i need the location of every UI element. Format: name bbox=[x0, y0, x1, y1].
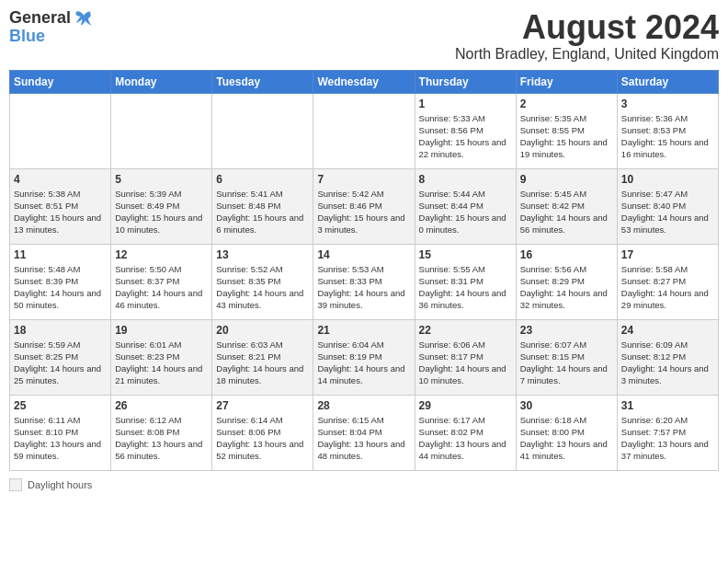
day-info: Sunrise: 5:39 AM Sunset: 8:49 PM Dayligh… bbox=[115, 188, 208, 236]
day-number: 24 bbox=[621, 324, 714, 337]
day-info: Sunrise: 5:58 AM Sunset: 8:27 PM Dayligh… bbox=[621, 263, 714, 312]
day-info: Sunrise: 5:52 AM Sunset: 8:35 PM Dayligh… bbox=[216, 263, 309, 312]
day-cell-2-0: 11Sunrise: 5:48 AM Sunset: 8:39 PM Dayli… bbox=[10, 244, 111, 319]
day-info: Sunrise: 6:14 AM Sunset: 8:06 PM Dayligh… bbox=[216, 414, 309, 463]
footer: Daylight hours bbox=[9, 478, 719, 491]
day-info: Sunrise: 5:42 AM Sunset: 8:46 PM Dayligh… bbox=[317, 188, 410, 236]
day-number: 25 bbox=[14, 399, 107, 412]
day-number: 19 bbox=[115, 324, 208, 337]
day-number: 20 bbox=[216, 324, 309, 337]
day-cell-0-0 bbox=[10, 93, 111, 168]
day-cell-2-6: 17Sunrise: 5:58 AM Sunset: 8:27 PM Dayli… bbox=[617, 244, 718, 319]
header-thursday: Thursday bbox=[415, 70, 516, 93]
day-cell-3-6: 24Sunrise: 6:09 AM Sunset: 8:12 PM Dayli… bbox=[617, 319, 718, 395]
day-cell-3-3: 21Sunrise: 6:04 AM Sunset: 8:19 PM Dayli… bbox=[313, 319, 415, 395]
day-number: 3 bbox=[621, 98, 714, 110]
day-info: Sunrise: 5:38 AM Sunset: 8:51 PM Dayligh… bbox=[14, 188, 107, 236]
day-number: 15 bbox=[419, 248, 512, 261]
day-number: 14 bbox=[317, 248, 410, 261]
day-cell-0-4: 1Sunrise: 5:33 AM Sunset: 8:56 PM Daylig… bbox=[415, 93, 516, 168]
day-info: Sunrise: 5:44 AM Sunset: 8:44 PM Dayligh… bbox=[419, 188, 512, 236]
day-cell-0-3 bbox=[313, 93, 415, 168]
day-number: 1 bbox=[419, 98, 512, 110]
day-cell-4-6: 31Sunrise: 6:20 AM Sunset: 7:57 PM Dayli… bbox=[617, 395, 718, 470]
day-number: 17 bbox=[621, 248, 714, 261]
day-number: 23 bbox=[520, 324, 613, 337]
day-number: 12 bbox=[115, 248, 208, 261]
day-info: Sunrise: 6:17 AM Sunset: 8:02 PM Dayligh… bbox=[419, 414, 512, 463]
day-cell-4-4: 29Sunrise: 6:17 AM Sunset: 8:02 PM Dayli… bbox=[415, 395, 516, 470]
day-number: 2 bbox=[520, 98, 613, 110]
day-cell-1-4: 8Sunrise: 5:44 AM Sunset: 8:44 PM Daylig… bbox=[415, 168, 516, 244]
day-info: Sunrise: 6:09 AM Sunset: 8:12 PM Dayligh… bbox=[621, 339, 714, 387]
day-cell-4-2: 27Sunrise: 6:14 AM Sunset: 8:06 PM Dayli… bbox=[212, 395, 313, 470]
day-cell-0-5: 2Sunrise: 5:35 AM Sunset: 8:55 PM Daylig… bbox=[516, 93, 617, 168]
day-info: Sunrise: 6:20 AM Sunset: 7:57 PM Dayligh… bbox=[621, 414, 714, 463]
day-info: Sunrise: 6:04 AM Sunset: 8:19 PM Dayligh… bbox=[317, 339, 410, 387]
logo-blue: Blue bbox=[9, 27, 45, 45]
day-info: Sunrise: 5:47 AM Sunset: 8:40 PM Dayligh… bbox=[621, 188, 714, 236]
day-info: Sunrise: 6:15 AM Sunset: 8:04 PM Dayligh… bbox=[317, 414, 410, 463]
day-cell-1-1: 5Sunrise: 5:39 AM Sunset: 8:49 PM Daylig… bbox=[111, 168, 212, 244]
day-number: 4 bbox=[14, 173, 107, 186]
day-number: 8 bbox=[419, 173, 512, 186]
calendar-table: Sunday Monday Tuesday Wednesday Thursday… bbox=[9, 70, 719, 471]
day-info: Sunrise: 6:12 AM Sunset: 8:08 PM Dayligh… bbox=[115, 414, 208, 463]
week-row-3: 18Sunrise: 5:59 AM Sunset: 8:25 PM Dayli… bbox=[10, 319, 719, 395]
daylight-label: Daylight hours bbox=[28, 479, 92, 490]
day-number: 18 bbox=[14, 324, 107, 337]
day-number: 10 bbox=[621, 173, 714, 186]
day-cell-2-4: 15Sunrise: 5:55 AM Sunset: 8:31 PM Dayli… bbox=[415, 244, 516, 319]
day-cell-3-4: 22Sunrise: 6:06 AM Sunset: 8:17 PM Dayli… bbox=[415, 319, 516, 395]
day-cell-3-2: 20Sunrise: 6:03 AM Sunset: 8:21 PM Dayli… bbox=[212, 319, 313, 395]
day-info: Sunrise: 5:41 AM Sunset: 8:48 PM Dayligh… bbox=[216, 188, 309, 236]
day-info: Sunrise: 6:03 AM Sunset: 8:21 PM Dayligh… bbox=[216, 339, 309, 387]
day-info: Sunrise: 5:50 AM Sunset: 8:37 PM Dayligh… bbox=[115, 263, 208, 312]
day-number: 26 bbox=[115, 399, 208, 412]
day-number: 29 bbox=[419, 399, 512, 412]
day-cell-1-6: 10Sunrise: 5:47 AM Sunset: 8:40 PM Dayli… bbox=[617, 168, 718, 244]
daylight-legend-square bbox=[9, 478, 22, 491]
header-wednesday: Wednesday bbox=[313, 70, 415, 93]
day-number: 21 bbox=[317, 324, 410, 337]
day-cell-2-5: 16Sunrise: 5:56 AM Sunset: 8:29 PM Dayli… bbox=[516, 244, 617, 319]
header-saturday: Saturday bbox=[617, 70, 718, 93]
day-info: Sunrise: 5:59 AM Sunset: 8:25 PM Dayligh… bbox=[14, 339, 107, 387]
day-cell-3-1: 19Sunrise: 6:01 AM Sunset: 8:23 PM Dayli… bbox=[111, 319, 212, 395]
day-info: Sunrise: 5:56 AM Sunset: 8:29 PM Dayligh… bbox=[520, 263, 613, 312]
day-cell-2-2: 13Sunrise: 5:52 AM Sunset: 8:35 PM Dayli… bbox=[212, 244, 313, 319]
week-row-2: 11Sunrise: 5:48 AM Sunset: 8:39 PM Dayli… bbox=[10, 244, 719, 319]
day-info: Sunrise: 6:11 AM Sunset: 8:10 PM Dayligh… bbox=[14, 414, 107, 463]
day-number: 11 bbox=[14, 248, 107, 261]
day-cell-4-0: 25Sunrise: 6:11 AM Sunset: 8:10 PM Dayli… bbox=[10, 395, 111, 470]
day-cell-4-3: 28Sunrise: 6:15 AM Sunset: 8:04 PM Dayli… bbox=[313, 395, 415, 470]
day-info: Sunrise: 5:35 AM Sunset: 8:55 PM Dayligh… bbox=[520, 112, 613, 161]
day-info: Sunrise: 6:18 AM Sunset: 8:00 PM Dayligh… bbox=[520, 414, 613, 463]
day-number: 31 bbox=[621, 399, 714, 412]
location-title: North Bradley, England, United Kingdom bbox=[455, 46, 719, 63]
day-cell-1-2: 6Sunrise: 5:41 AM Sunset: 8:48 PM Daylig… bbox=[212, 168, 313, 244]
day-cell-3-5: 23Sunrise: 6:07 AM Sunset: 8:15 PM Dayli… bbox=[516, 319, 617, 395]
day-info: Sunrise: 6:01 AM Sunset: 8:23 PM Dayligh… bbox=[115, 339, 208, 387]
logo-bird-icon bbox=[74, 9, 93, 28]
day-number: 16 bbox=[520, 248, 613, 261]
week-row-4: 25Sunrise: 6:11 AM Sunset: 8:10 PM Dayli… bbox=[10, 395, 719, 470]
page-header: General Blue August 2024 North Bradley, … bbox=[9, 9, 719, 63]
logo-general: General bbox=[9, 9, 71, 28]
header-sunday: Sunday bbox=[10, 70, 111, 93]
day-number: 28 bbox=[317, 399, 410, 412]
header-monday: Monday bbox=[111, 70, 212, 93]
day-cell-1-5: 9Sunrise: 5:45 AM Sunset: 8:42 PM Daylig… bbox=[516, 168, 617, 244]
day-number: 22 bbox=[419, 324, 512, 337]
day-info: Sunrise: 6:06 AM Sunset: 8:17 PM Dayligh… bbox=[419, 339, 512, 387]
week-row-1: 4Sunrise: 5:38 AM Sunset: 8:51 PM Daylig… bbox=[10, 168, 719, 244]
day-cell-2-1: 12Sunrise: 5:50 AM Sunset: 8:37 PM Dayli… bbox=[111, 244, 212, 319]
day-number: 30 bbox=[520, 399, 613, 412]
header-friday: Friday bbox=[516, 70, 617, 93]
day-number: 27 bbox=[216, 399, 309, 412]
day-cell-0-6: 3Sunrise: 5:36 AM Sunset: 8:53 PM Daylig… bbox=[617, 93, 718, 168]
day-number: 5 bbox=[115, 173, 208, 186]
header-tuesday: Tuesday bbox=[212, 70, 313, 93]
title-area: August 2024 North Bradley, England, Unit… bbox=[455, 9, 719, 63]
week-row-0: 1Sunrise: 5:33 AM Sunset: 8:56 PM Daylig… bbox=[10, 93, 719, 168]
